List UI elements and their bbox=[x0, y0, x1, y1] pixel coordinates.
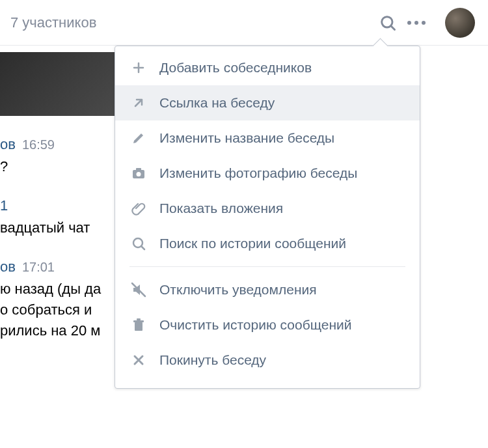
menu-item-label: Добавить собеседников bbox=[159, 60, 312, 76]
menu-item-search[interactable]: Поиск по истории сообщений bbox=[115, 226, 420, 261]
attachment-icon bbox=[129, 199, 148, 217]
message-author[interactable]: 1 bbox=[0, 195, 8, 216]
menu-item-label: Покинуть беседу bbox=[159, 352, 266, 368]
menu-item-attachment[interactable]: Показать вложения bbox=[115, 191, 420, 226]
menu-item-label: Ссылка на беседу bbox=[159, 95, 275, 111]
menu-item-label: Изменить название беседы bbox=[159, 130, 334, 146]
avatar[interactable] bbox=[445, 8, 475, 38]
mute-icon bbox=[129, 281, 148, 299]
chat-photo-attachment[interactable] bbox=[0, 52, 115, 116]
menu-item-close[interactable]: Покинуть беседу bbox=[115, 343, 420, 378]
ellipsis-icon bbox=[407, 21, 426, 25]
message-time: 17:01 bbox=[22, 257, 55, 277]
pencil-icon bbox=[129, 129, 148, 147]
menu-item-label: Отключить уведомления bbox=[159, 282, 317, 298]
menu-item-label: Очистить историю сообщений bbox=[159, 317, 351, 333]
menu-item-label: Поиск по истории сообщений bbox=[159, 236, 346, 251]
arrow-out-icon bbox=[129, 94, 148, 112]
menu-item-arrow-out[interactable]: Ссылка на беседу bbox=[115, 85, 420, 120]
search-icon bbox=[379, 14, 397, 32]
search-icon bbox=[129, 234, 148, 253]
menu-item-plus[interactable]: Добавить собеседников bbox=[115, 50, 420, 85]
more-actions-button[interactable] bbox=[402, 8, 431, 37]
trash-icon bbox=[129, 316, 148, 334]
participants-count[interactable]: 7 участников bbox=[10, 14, 96, 31]
menu-item-label: Показать вложения bbox=[159, 201, 283, 216]
chat-header: 7 участников bbox=[0, 0, 488, 46]
menu-item-trash[interactable]: Очистить историю сообщений bbox=[115, 307, 420, 343]
chat-actions-menu: Добавить собеседниковСсылка на беседуИзм… bbox=[115, 46, 420, 389]
message-author[interactable]: ов bbox=[0, 134, 16, 155]
menu-item-camera[interactable]: Изменить фотографию беседы bbox=[115, 156, 420, 191]
menu-item-pencil[interactable]: Изменить название беседы bbox=[115, 120, 420, 156]
message-author[interactable]: ов bbox=[0, 257, 16, 277]
message-time: 16:59 bbox=[22, 134, 55, 155]
menu-item-label: Изменить фотографию беседы bbox=[159, 165, 357, 181]
menu-item-mute[interactable]: Отключить уведомления bbox=[115, 272, 420, 307]
plus-icon bbox=[129, 59, 148, 77]
camera-icon bbox=[129, 164, 148, 182]
menu-separator bbox=[129, 266, 405, 267]
search-button[interactable] bbox=[373, 8, 402, 37]
close-icon bbox=[129, 351, 148, 369]
